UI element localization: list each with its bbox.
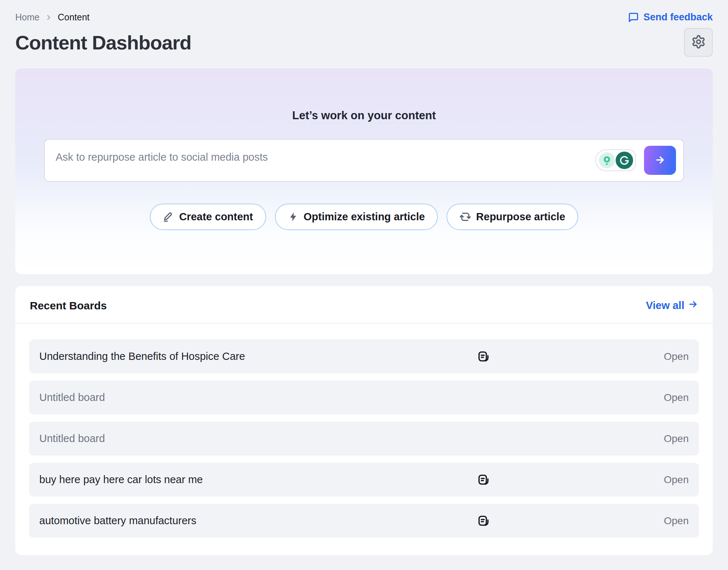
open-link[interactable]: Open [491,392,689,404]
content-dashboard-page: Home Content Send feedback Content Dashb… [0,0,728,555]
hero-heading: Let’s work on your content [292,109,436,122]
send-feedback-label: Send feedback [643,12,713,23]
message-square-icon [628,12,639,23]
submit-button[interactable] [644,146,676,175]
board-title: Understanding the Benefits of Hospice Ca… [39,350,476,362]
send-feedback-link[interactable]: Send feedback [628,12,713,23]
board-row[interactable]: Untitled board Open [29,422,699,455]
hero-card: Let’s work on your content [15,68,713,274]
board-row[interactable]: automotive battery manufacturers Open [29,504,699,538]
open-link[interactable]: Open [491,515,689,527]
open-link[interactable]: Open [491,474,689,486]
assist-pill[interactable] [595,149,636,171]
board-title: Untitled board [39,392,476,404]
create-content-label: Create content [179,211,253,223]
prompt-box [44,139,684,182]
create-content-button[interactable]: Create content [150,204,266,230]
board-title: Untitled board [39,433,476,445]
article-icon [476,350,491,362]
grammarly-icon [616,152,633,169]
recent-boards-header: Recent Boards View all [15,286,713,324]
arrow-right-icon [688,299,698,312]
breadcrumb-current: Content [58,12,90,23]
recent-boards-title: Recent Boards [30,300,107,312]
view-all-label: View all [646,300,684,312]
article-icon [476,515,491,527]
chevron-right-icon [45,13,53,21]
optimize-article-button[interactable]: Optimize existing article [275,204,438,230]
board-title: buy here pay here car lots near me [39,474,476,486]
top-bar: Home Content Send feedback [15,0,713,23]
prompt-input[interactable] [45,140,595,181]
recent-boards-card: Recent Boards View all Understanding the… [15,286,713,555]
pencil-icon [163,211,174,222]
recent-boards-list: Understanding the Benefits of Hospice Ca… [15,324,713,555]
settings-button[interactable] [684,28,713,57]
page-title: Content Dashboard [15,31,191,54]
board-row[interactable]: buy here pay here car lots near me Open [29,463,699,497]
repeat-icon [460,211,471,222]
open-link[interactable]: Open [491,433,689,445]
breadcrumb: Home Content [15,12,89,23]
optimize-article-label: Optimize existing article [304,211,425,223]
view-all-link[interactable]: View all [646,299,698,312]
repurpose-article-button[interactable]: Repurpose article [447,204,578,230]
breadcrumb-home[interactable]: Home [15,12,40,23]
gear-icon [691,35,706,50]
lightbulb-icon [599,152,615,168]
article-icon [476,474,491,486]
board-row[interactable]: Understanding the Benefits of Hospice Ca… [29,340,699,373]
arrow-right-icon [654,154,666,167]
repurpose-article-label: Repurpose article [476,211,565,223]
open-link[interactable]: Open [491,351,689,362]
quick-actions: Create content Optimize existing article [150,204,579,230]
board-row[interactable]: Untitled board Open [29,381,699,414]
lightning-icon [288,212,299,222]
title-row: Content Dashboard [15,28,713,57]
board-title: automotive battery manufacturers [39,515,476,527]
